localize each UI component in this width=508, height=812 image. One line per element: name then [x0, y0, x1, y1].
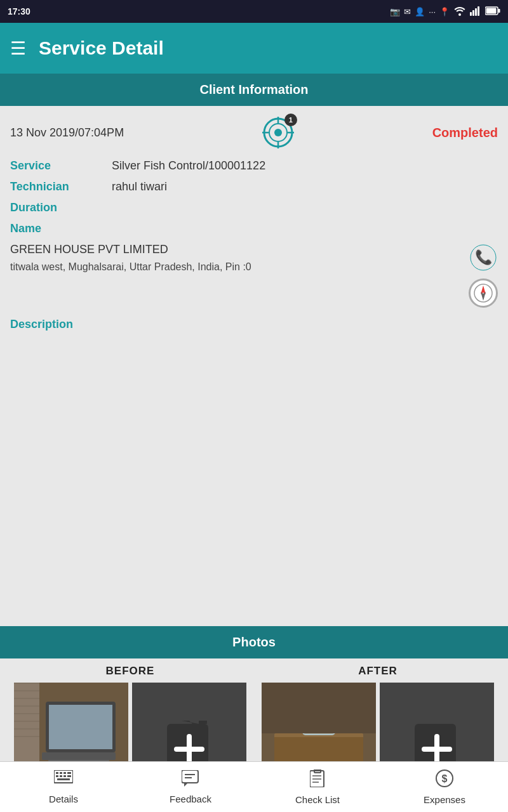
nav-checklist[interactable]: Check List [254, 762, 381, 812]
status-icons: 📷 ✉ 👤 ··· 📍 [390, 6, 500, 18]
phone-button[interactable]: 📞 [469, 243, 498, 272]
svg-rect-59 [57, 778, 70, 780]
svg-rect-3 [478, 6, 479, 16]
after-label: AFTER [254, 665, 502, 678]
svg-text:📞: 📞 [475, 249, 493, 266]
battery-icon [485, 6, 500, 17]
description-label: Description [10, 318, 498, 331]
svg-rect-54 [67, 772, 71, 774]
chat-icon [182, 770, 199, 787]
svg-rect-23 [14, 690, 39, 691]
svg-text:$: $ [442, 773, 448, 784]
nav-feedback[interactable]: Feedback [127, 762, 254, 812]
svg-rect-60 [182, 770, 198, 783]
photos-header: Photos [0, 626, 508, 658]
location-icon: 📍 [439, 7, 450, 16]
target-badge: 1 [284, 114, 297, 126]
svg-rect-58 [67, 775, 71, 777]
content-area: 13 Nov 2019/07:04PM 1 Completed Service … [0, 106, 508, 626]
service-label: Service [10, 159, 112, 173]
duration-row: Duration [10, 201, 498, 214]
feedback-icon [182, 770, 199, 791]
before-label: BEFORE [6, 665, 254, 678]
expenses-label: Expenses [424, 794, 465, 805]
name-address-left: GREEN HOUSE PVT LIMITED titwala west, Mu… [10, 243, 469, 273]
nav-expenses[interactable]: $ Expenses [381, 762, 508, 812]
svg-rect-5 [486, 8, 497, 13]
svg-rect-24 [14, 698, 39, 699]
phone-icon: 📞 [470, 244, 497, 271]
svg-rect-53 [64, 772, 66, 774]
duration-label: Duration [10, 201, 112, 214]
keyboard-icon [54, 770, 73, 787]
details-icon [54, 770, 73, 791]
name-label: Name [10, 222, 112, 235]
svg-rect-25 [14, 705, 39, 707]
service-date: 13 Nov 2019/07:04PM [10, 126, 124, 140]
svg-rect-0 [470, 12, 472, 16]
address-text: titwala west, Mughalsarai, Uttar Pradesh… [10, 261, 469, 273]
status-badge: Completed [432, 126, 498, 140]
svg-rect-26 [14, 713, 39, 714]
technician-row: Technician rahul tiwari [10, 180, 498, 193]
details-label: Details [49, 794, 78, 804]
email-icon: ✉ [404, 7, 411, 16]
feedback-label: Feedback [170, 794, 211, 804]
svg-rect-46 [262, 683, 376, 733]
svg-rect-29 [14, 736, 39, 737]
compass-icon [473, 283, 493, 303]
status-time: 17:30 [8, 6, 30, 16]
svg-rect-56 [60, 775, 62, 777]
action-icons: 📞 [469, 243, 498, 308]
svg-rect-28 [14, 728, 39, 730]
technician-label: Technician [10, 180, 112, 193]
svg-rect-32 [49, 705, 112, 749]
menu-button[interactable]: ☰ [10, 38, 26, 59]
nav-details[interactable]: Details [0, 762, 127, 812]
svg-rect-1 [472, 10, 474, 16]
page-title: Service Detail [39, 37, 164, 59]
checklist-label: Check List [295, 794, 340, 805]
date-status-row: 13 Nov 2019/07:04PM 1 Completed [10, 116, 498, 149]
client-info-header: Client Information [0, 74, 508, 106]
user-icon: 👤 [415, 7, 425, 16]
expenses-icon: $ [436, 769, 453, 792]
status-bar: 17:30 📷 ✉ 👤 ··· 📍 [0, 0, 508, 23]
app-header: ☰ Service Detail [0, 23, 508, 74]
svg-rect-27 [14, 721, 39, 722]
wifi-icon [453, 6, 466, 18]
svg-rect-52 [60, 772, 62, 774]
bottom-nav: Details Feedback Check List [0, 761, 508, 812]
svg-rect-55 [56, 775, 58, 777]
service-value: Silver Fish Control/100001122 [112, 159, 498, 173]
name-label-row: Name [10, 222, 498, 235]
service-row: Service Silver Fish Control/100001122 [10, 159, 498, 173]
svg-rect-6 [498, 9, 500, 13]
target-icon-container: 1 [262, 116, 295, 149]
signal-icon [470, 6, 481, 18]
navigation-button[interactable] [469, 278, 498, 308]
svg-rect-51 [56, 772, 58, 774]
dollar-icon: $ [436, 769, 453, 787]
svg-rect-33 [42, 752, 116, 760]
company-name: GREEN HOUSE PVT LIMITED [10, 243, 469, 256]
more-icon: ··· [429, 7, 436, 16]
document-icon [310, 769, 325, 787]
checklist-icon [310, 769, 325, 792]
technician-value: rahul tiwari [112, 180, 498, 193]
svg-rect-57 [64, 775, 66, 777]
svg-rect-2 [475, 8, 477, 16]
name-address-section: GREEN HOUSE PVT LIMITED titwala west, Mu… [10, 243, 498, 308]
svg-point-9 [274, 129, 282, 136]
camera-icon: 📷 [390, 7, 400, 16]
svg-rect-22 [14, 683, 39, 684]
